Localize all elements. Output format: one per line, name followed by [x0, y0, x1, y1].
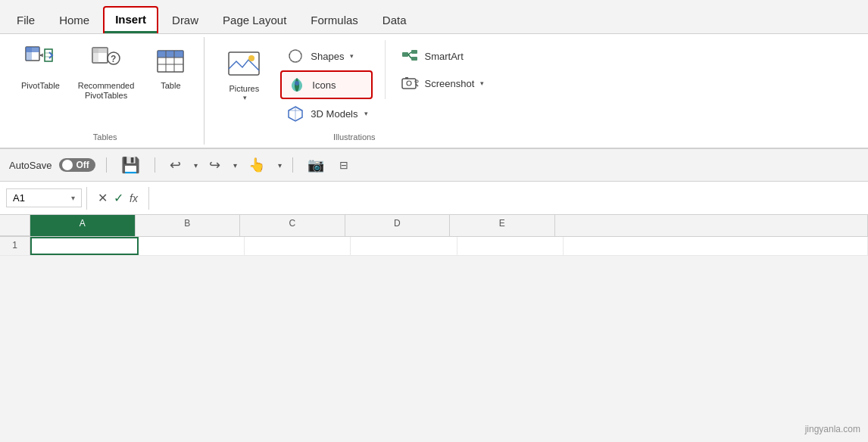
col-header-C[interactable]: C — [240, 215, 345, 236]
shapes-button[interactable]: Shapes ▾ — [280, 43, 372, 69]
screenshot-icon — [399, 73, 420, 94]
touch-mode-icon[interactable]: 👆 — [245, 154, 269, 176]
smartart-button[interactable]: SmartArt — [395, 43, 489, 69]
screenshot-button[interactable]: Screenshot ▾ — [395, 70, 489, 96]
tab-formulas[interactable]: Formulas — [300, 6, 369, 33]
svg-rect-11 — [158, 51, 183, 58]
cell-E1[interactable] — [457, 237, 564, 255]
toolbar-sep-1 — [106, 157, 107, 173]
pivot-table-icon — [22, 43, 58, 79]
icons-label: Icons — [312, 79, 336, 91]
cell-reference-box[interactable]: A1 ▾ — [6, 188, 82, 207]
formula-bar: A1 ▾ ✕ ✓ fx — [0, 182, 868, 215]
ribbon: File Home Insert Draw Page Layout Formul… — [0, 0, 868, 148]
table-button[interactable]: Table — [146, 40, 195, 94]
3d-models-label: 3D Models — [311, 108, 358, 120]
formula-bar-icons: ✕ ✓ fx — [92, 191, 144, 205]
insert-function-icon[interactable]: fx — [130, 192, 138, 204]
svg-point-17 — [248, 55, 254, 61]
pictures-area: Pictures ▾ — [214, 40, 274, 107]
col-header-E[interactable]: E — [450, 215, 555, 236]
undo-dropdown[interactable]: ▾ — [194, 161, 198, 170]
illustrations-right-buttons: Shapes ▾ Icons — [274, 40, 378, 129]
tab-bar: File Home Insert Draw Page Layout Formul… — [0, 0, 868, 33]
screenshot-dropdown-icon: ▾ — [480, 79, 484, 87]
illustrations-far-right: SmartArt Scre — [385, 40, 495, 99]
svg-rect-23 — [411, 57, 417, 61]
tab-data[interactable]: Data — [372, 6, 417, 33]
cell-rest-1 — [564, 237, 868, 255]
svg-rect-2 — [26, 47, 32, 61]
formula-confirm-icon[interactable]: ✓ — [114, 191, 123, 205]
svg-point-18 — [289, 50, 301, 62]
screenshot-label: Screenshot — [425, 78, 475, 89]
column-headers: A B C D E — [0, 215, 868, 237]
shapes-icon — [285, 45, 306, 67]
formula-cancel-icon[interactable]: ✕ — [98, 191, 108, 205]
camera-icon[interactable]: 📷 — [304, 154, 328, 176]
toggle-off-label: Off — [76, 160, 89, 170]
tables-group-label: Tables — [93, 132, 117, 142]
toolbar-sep-2 — [155, 157, 155, 173]
select-all-button[interactable] — [0, 215, 30, 236]
3d-models-icon — [285, 103, 306, 124]
formula-bar-separator-2 — [148, 187, 149, 210]
smartart-icon — [399, 45, 420, 67]
recommended-pivottables-button[interactable]: ? RecommendedPivotTables — [72, 40, 141, 104]
smartart-label: SmartArt — [425, 51, 464, 62]
toggle-circle — [62, 160, 73, 170]
svg-rect-7 — [92, 48, 98, 63]
col-header-A[interactable]: A — [30, 215, 136, 236]
col-header-more — [555, 215, 869, 236]
3d-models-button[interactable]: 3D Models ▾ — [280, 101, 372, 126]
tables-group: PivotTable ? RecommendedPivotTables — [6, 37, 205, 145]
cell-A1[interactable] — [30, 237, 139, 255]
save-icon[interactable]: 💾 — [117, 154, 144, 176]
pictures-icon — [226, 46, 262, 82]
tab-page-layout[interactable]: Page Layout — [212, 6, 297, 33]
svg-rect-26 — [402, 79, 416, 89]
touch-dropdown[interactable]: ▾ — [278, 161, 282, 170]
tab-draw[interactable]: Draw — [161, 6, 209, 33]
toolbar: AutoSave Off 💾 ↩ ▾ ↪ ▾ 👆 ▾ 📷 ⊟ — [0, 148, 868, 182]
pictures-label: Pictures — [229, 84, 259, 94]
cell-C1[interactable] — [245, 237, 351, 255]
undo-icon[interactable]: ↩ — [166, 154, 185, 176]
tables-group-items: PivotTable ? RecommendedPivotTables — [15, 40, 195, 129]
autosave-toggle[interactable]: Off — [59, 158, 95, 172]
formula-input[interactable] — [154, 189, 862, 207]
redo-dropdown[interactable]: ▾ — [233, 161, 237, 170]
recommended-pivottables-label: RecommendedPivotTables — [78, 81, 135, 101]
ribbon-content-area: PivotTable ? RecommendedPivotTables — [0, 33, 868, 148]
svg-rect-28 — [405, 77, 408, 79]
cell-D1[interactable] — [351, 237, 457, 255]
tab-file[interactable]: File — [6, 6, 45, 33]
illustrations-group-items: Pictures ▾ Shapes — [214, 40, 495, 129]
row-1: 1 — [0, 237, 868, 256]
redo-icon[interactable]: ↪ — [205, 154, 224, 176]
icons-button[interactable]: Icons — [280, 70, 372, 99]
illustrations-group-label: Illustrations — [214, 132, 495, 142]
table-label: Table — [161, 81, 180, 91]
svg-point-20 — [295, 81, 299, 86]
pivot-table-label: PivotTable — [21, 81, 60, 91]
formula-bar-separator — [86, 187, 87, 210]
cell-B1[interactable] — [139, 237, 245, 255]
pivot-table-button[interactable]: PivotTable — [15, 40, 66, 94]
svg-text:?: ? — [111, 54, 116, 64]
3d-models-dropdown-icon: ▾ — [364, 110, 368, 117]
pictures-button[interactable]: Pictures ▾ — [220, 43, 268, 104]
tab-insert[interactable]: Insert — [103, 6, 158, 33]
customize-toolbar-icon[interactable]: ⊟ — [336, 157, 352, 173]
autosave-label: AutoSave — [9, 160, 52, 171]
svg-line-25 — [408, 54, 411, 58]
shapes-label: Shapes — [311, 51, 344, 62]
recommended-pivottables-icon: ? — [88, 43, 124, 79]
col-header-D[interactable]: D — [345, 215, 451, 236]
shapes-dropdown-icon: ▾ — [350, 52, 354, 60]
tab-home[interactable]: Home — [48, 6, 100, 33]
row-num-1: 1 — [0, 237, 30, 255]
col-header-B[interactable]: B — [136, 215, 241, 236]
icons-icon — [286, 74, 308, 95]
table-icon — [152, 43, 189, 79]
